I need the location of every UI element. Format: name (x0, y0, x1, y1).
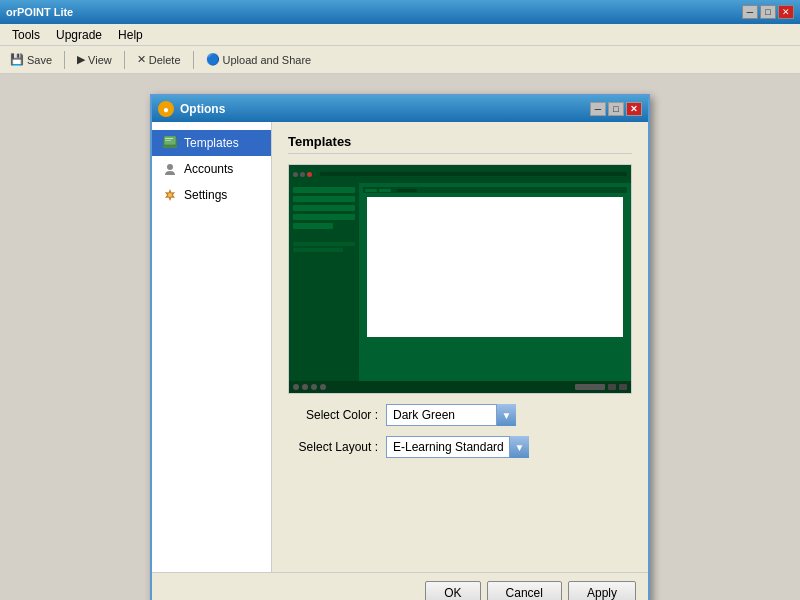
nav-item-templates[interactable]: Templates (152, 130, 271, 156)
upload-icon: 🔵 (206, 53, 220, 66)
preview-sidebar-item-6 (293, 242, 355, 246)
preview-slide-area (367, 197, 623, 337)
app-maximize-button[interactable]: □ (760, 5, 776, 19)
preview-tb-btn-2 (379, 189, 391, 192)
dialog-maximize-button[interactable]: □ (608, 102, 624, 116)
dialog-footer: OK Cancel Apply (152, 572, 648, 600)
upload-button[interactable]: 🔵 Upload and Share (200, 51, 318, 68)
preview-bottom-dot-4 (320, 384, 326, 390)
svg-point-5 (168, 193, 172, 197)
preview-content (289, 183, 631, 381)
preview-bottom-bar-right-2 (608, 384, 616, 390)
preview-tb-btn-1 (365, 189, 377, 192)
toolbar: 💾 Save ▶ View ✕ Delete 🔵 Upload and Shar… (0, 46, 800, 74)
select-color-wrapper: Dark Green Blue Red Black ▼ (386, 404, 516, 426)
preview-dot-3 (307, 172, 312, 177)
nav-settings-label: Settings (184, 188, 227, 202)
main-content: ● Options ─ □ ✕ (0, 74, 800, 600)
right-content-panel: Templates (272, 122, 648, 572)
preview-sidebar-spacer (293, 232, 355, 242)
dialog-body: Templates Accounts (152, 122, 648, 572)
template-preview (289, 165, 631, 393)
preview-dot-1 (293, 172, 298, 177)
delete-button[interactable]: ✕ Delete (131, 51, 187, 68)
section-title: Templates (288, 134, 632, 154)
template-preview-area (288, 164, 632, 394)
select-layout-row: Select Layout : E-Learning Standard Basi… (288, 436, 632, 458)
svg-rect-2 (165, 138, 173, 139)
app-title: orPOINT Lite (6, 6, 73, 18)
app-minimize-button[interactable]: ─ (742, 5, 758, 19)
menu-tools[interactable]: Tools (4, 26, 48, 44)
svg-point-4 (167, 164, 173, 170)
cancel-button[interactable]: Cancel (487, 581, 562, 600)
preview-header (289, 165, 631, 183)
preview-bottom-dot-3 (311, 384, 317, 390)
nav-item-settings[interactable]: Settings (152, 182, 271, 208)
templates-icon (162, 135, 178, 151)
dialog-minimize-button[interactable]: ─ (590, 102, 606, 116)
save-button[interactable]: 💾 Save (4, 51, 58, 68)
settings-icon (162, 187, 178, 203)
menu-help[interactable]: Help (110, 26, 151, 44)
nav-accounts-label: Accounts (184, 162, 233, 176)
select-color-input[interactable]: Dark Green Blue Red Black (386, 404, 516, 426)
options-dialog: ● Options ─ □ ✕ (150, 94, 650, 600)
preview-bottom-bar-right-3 (619, 384, 627, 390)
title-bar: orPOINT Lite ─ □ ✕ (0, 0, 800, 24)
preview-sidebar-item-1 (293, 187, 355, 193)
delete-icon: ✕ (137, 53, 146, 66)
select-color-label: Select Color : (288, 408, 378, 422)
preview-toolbar (363, 187, 627, 193)
menu-upgrade[interactable]: Upgrade (48, 26, 110, 44)
ok-button[interactable]: OK (425, 581, 480, 600)
preview-main-area (359, 183, 631, 381)
preview-bottom-bar-right (575, 384, 605, 390)
toolbar-separator-1 (64, 51, 65, 69)
svg-rect-3 (165, 140, 171, 141)
select-color-row: Select Color : Dark Green Blue Red Black… (288, 404, 632, 426)
preview-dots (293, 172, 312, 177)
view-button[interactable]: ▶ View (71, 51, 118, 68)
preview-bottom-dot-2 (302, 384, 308, 390)
view-icon: ▶ (77, 53, 85, 66)
dialog-title: Options (180, 102, 225, 116)
nav-item-accounts[interactable]: Accounts (152, 156, 271, 182)
dialog-icon: ● (158, 101, 174, 117)
select-layout-wrapper: E-Learning Standard Basic Advanced Custo… (386, 436, 529, 458)
preview-sidebar-item-2 (293, 196, 355, 202)
preview-sidebar-item-3 (293, 205, 355, 211)
menu-bar: Tools Upgrade Help (0, 24, 800, 46)
preview-bottom-bar (289, 381, 631, 393)
preview-bottom-dot-1 (293, 384, 299, 390)
select-layout-input[interactable]: E-Learning Standard Basic Advanced Custo… (386, 436, 529, 458)
toolbar-separator-3 (193, 51, 194, 69)
dialog-titlebar: ● Options ─ □ ✕ (152, 96, 648, 122)
preview-sidebar-item-5 (293, 223, 333, 229)
apply-button[interactable]: Apply (568, 581, 636, 600)
preview-dot-2 (300, 172, 305, 177)
select-layout-label: Select Layout : (288, 440, 378, 454)
accounts-icon (162, 161, 178, 177)
preview-tb-select (397, 189, 417, 192)
title-bar-controls: ─ □ ✕ (742, 5, 794, 19)
dialog-controls: ─ □ ✕ (590, 102, 642, 116)
preview-sidebar (289, 183, 359, 381)
nav-templates-label: Templates (184, 136, 239, 150)
preview-sidebar-item-7 (293, 248, 343, 252)
toolbar-separator-2 (124, 51, 125, 69)
preview-titlebar-bar (320, 172, 627, 176)
preview-sidebar-item-4 (293, 214, 355, 220)
dialog-title-left: ● Options (158, 101, 225, 117)
dialog-close-button[interactable]: ✕ (626, 102, 642, 116)
app-close-button[interactable]: ✕ (778, 5, 794, 19)
left-nav-panel: Templates Accounts (152, 122, 272, 572)
app-window: orPOINT Lite ─ □ ✕ Tools Upgrade Help 💾 … (0, 0, 800, 600)
save-icon: 💾 (10, 53, 24, 66)
